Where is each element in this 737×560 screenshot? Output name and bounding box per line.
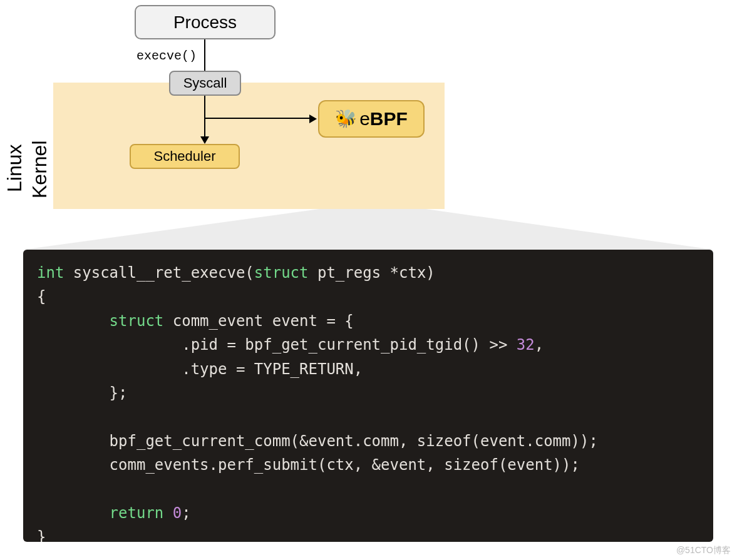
scheduler-label: Scheduler [153,148,215,165]
diagram-area: Linux Kernel Process execve() Syscall Sc… [0,0,737,250]
arrow-right-icon [309,115,317,123]
bee-icon: 🐝 [335,110,357,128]
process-node: Process [135,5,276,39]
connector-syscall-ebpf [204,118,312,119]
watermark: @51CTO博客 [676,545,731,556]
syscall-node: Syscall [169,71,241,96]
kernel-label-line1: Linux [3,145,26,193]
connector-process-syscall [204,39,205,71]
scheduler-node: Scheduler [130,144,240,169]
code-block: int syscall__ret_execve(struct pt_regs *… [23,250,713,542]
arrow-down-icon [200,136,209,144]
execve-label: execve() [137,49,197,63]
expansion-connector [0,209,737,253]
svg-marker-0 [23,209,713,250]
process-label: Process [173,13,237,33]
ebpf-node: 🐝 eBPF [318,100,425,138]
kernel-label-line2: Kernel [28,141,51,199]
ebpf-label: eBPF [359,108,408,130]
syscall-label: Syscall [183,75,227,91]
